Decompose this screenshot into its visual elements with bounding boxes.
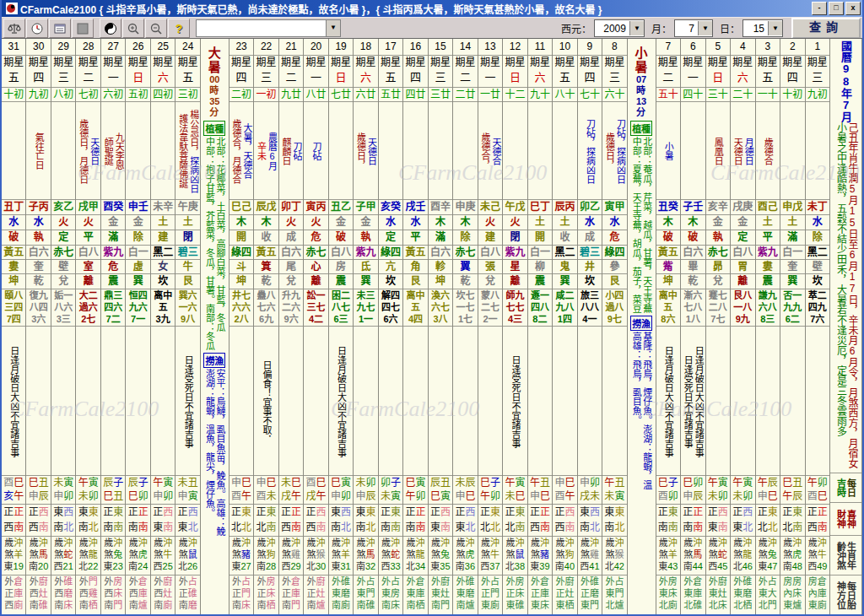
day-warning-note	[578, 327, 602, 476]
yinyang-icon[interactable]	[100, 19, 122, 38]
right-char: 南	[440, 520, 451, 535]
weekday-prefix: 期星	[480, 57, 500, 68]
day-column[interactable]: 4 期星 六 二十 月德日天德日 戌庚 金 定 白八 胃 離 艮八一八9九 午寅…	[731, 39, 755, 614]
chevron-down-icon[interactable]: ▼	[629, 21, 644, 35]
zoom-out-icon[interactable]	[145, 19, 167, 38]
day-column[interactable]: 30 期星 四 九初 氣往亡日 子丙 水 執 白六 奎 乾 復九八四3六 巳丑申…	[26, 39, 51, 614]
day-column[interactable]: 18 期星 六 六廿 天德日歲德日， 子甲 金 執 紫九 氐 巽 未三九七1一 …	[354, 39, 378, 614]
pair-row: 西灶	[151, 587, 175, 599]
right-char: 碓	[465, 575, 474, 587]
pair-row: 申巳	[254, 476, 278, 489]
left-char: 歲	[505, 537, 515, 548]
weekday-prefix: 期星	[103, 57, 123, 68]
chevron-down-icon[interactable]: ▼	[768, 21, 782, 35]
day-column[interactable]: 9 期星 四 七十 刀砧，探病凶日 卯乙 水 成 碧三 井 坎 旅三八八4一 申…	[578, 39, 602, 614]
right-char: 門	[440, 599, 450, 611]
day-column[interactable]: 23 期星 四 二初 大暑，天德合歲德合，月德合 巳己 木 開 綠四 斗 坤 井…	[230, 39, 254, 614]
day-column[interactable]: 27 期星 一 六初 九天李恩師聖誕 酉癸 金 滿 紫九 危 震 鼎三四六7二 …	[101, 39, 126, 614]
right-char: 卯	[818, 476, 828, 489]
day-number: 13	[478, 39, 502, 56]
hexagram-row: 九九	[780, 301, 804, 313]
close-button[interactable]: x	[845, 2, 861, 15]
left-char: 北	[406, 560, 415, 572]
pair-row: 煞羊	[656, 548, 680, 560]
day-column[interactable]: 14 期星 二 二廿 申庚 木 除 赤七 翼 乾 坎七一七1七 未辰申巳 正西東…	[453, 39, 478, 614]
pair-row: 正庫	[528, 587, 552, 599]
day-column[interactable]: 8 期星 三 六十 刀砧，探病凶日歲德日， 寅甲 水 危 綠四 參 艮 小四過八…	[602, 39, 627, 614]
chevron-down-icon[interactable]: ▼	[326, 20, 340, 36]
vertical-text-line: 日逢月破日大凶不宜諸吉事	[336, 328, 347, 475]
day-select[interactable]: 15 ▼	[742, 19, 783, 37]
left-char: 正	[29, 505, 39, 520]
day-column[interactable]: 10 期星 五 八十 辰丙 土 收 黑二 鬼 巽 咸二九八1四 申巳酉午 正西西…	[553, 39, 577, 614]
ganzhi: 丑癸	[656, 200, 680, 215]
day-column[interactable]: 19 期星 日 七廿 丑乙 金 破 白八 房 震 困二八七6三 日逢月破日大凶不…	[329, 39, 354, 614]
hexagram: 否一九九6二	[780, 289, 804, 327]
left-char: 午	[480, 489, 490, 503]
day-column[interactable]: 25 期星 六 四初 未辛 土 建 黑二 女 坎 离中五3九 午寅申卯 正西東南…	[151, 39, 176, 614]
form-icon[interactable]	[49, 19, 71, 38]
weekday-prefix: 期星	[732, 57, 753, 68]
right-char: 兔	[113, 548, 122, 560]
maximize-button[interactable]: □	[829, 2, 844, 15]
day-column[interactable]: 1 期星 三 九初 未丁 水 除 黑二 壁 坎 萃二四九7六 午卯酉巳 正正西南…	[806, 39, 830, 614]
day-column[interactable]: 17 期星 五 五廿 亥癸 水 定 綠四 亢 坎 解四四七6六 卯子未寅 正東南…	[379, 39, 403, 614]
left-char: 南	[332, 599, 341, 611]
swatch-icon[interactable]	[72, 19, 94, 38]
day-column[interactable]: 16 期星 四 四廿 戌壬 水 平 黃五 角 艮 离中五4四 巳寅午卯 正正南南…	[403, 39, 428, 614]
day-column[interactable]: 3 期星 五 一十 歲德合 酉己 土 平 紫九 婁 震 謙九六八8三 午辰申巳 …	[756, 39, 780, 614]
help-icon[interactable]: ?	[168, 19, 190, 38]
hexagram-row: 8六	[656, 313, 680, 325]
zoom-in-icon[interactable]	[122, 19, 144, 38]
vertical-text-line: 刀砧，探病凶日	[584, 103, 595, 199]
right-char: 46	[742, 560, 753, 572]
day-column[interactable]: 13 期星 一 一廿 天德合歲德合， 未己 火 建 白八 張 兌 蒙八二七2一 …	[478, 39, 503, 614]
left-char: 歲	[54, 537, 63, 548]
zodiac-clash: 歲沖煞雞西29	[279, 537, 303, 575]
festival-notes	[126, 102, 149, 200]
lucky-hours: 午辰申巳	[756, 476, 780, 505]
text-segment: 北部：花椰菜，土白菜，高腳白菜，甘藍，冬瓜	[215, 137, 225, 332]
pair-row: 煞兔	[429, 548, 452, 560]
day-column[interactable]: 22 期星 三 一初 農曆6月辛未 辰戊 木 收 黃五 箕 乾 蠱八七六6九 日…	[254, 39, 278, 614]
day-column[interactable]: 26 期星 日 五初 申壬 金 除 白一 虛 巽 恒四九六7一 辰子巳卯 正正南…	[126, 39, 150, 614]
day-column[interactable]: 24 期星 五 三初 楊公忌日，探病凶日護法韋馱菩薩佛誕 午庚 土 閉 碧三 牛…	[176, 39, 200, 614]
pair-row: 東門	[578, 599, 602, 611]
day-number: 9	[578, 39, 602, 56]
right-char: 寅	[440, 489, 451, 503]
clock-icon[interactable]	[26, 19, 48, 38]
ganzhi: 巳己	[230, 200, 253, 215]
right-char: 東	[366, 505, 376, 520]
chevron-down-icon[interactable]: ▼	[698, 21, 712, 35]
day-column[interactable]: 31 期星 五 十初 丑丁 水 破 黃五 婁 坤 頤八三四7四 日逢月破日大凶不…	[2, 39, 26, 614]
day-column[interactable]: 5 期星 日 三十 鳳凰日 亥辛 金 執 赤七 昴 兌 蹇七二八7七 午寅未卯 …	[706, 39, 731, 614]
day-column[interactable]: 12 期星 日 十二 午戊 火 閉 紫九 星 離 師九七七4三 日逢受死日不宜諸…	[503, 39, 527, 614]
toolbar-combobox[interactable]: ▼	[196, 19, 341, 37]
pair-row: 歲沖	[478, 537, 502, 548]
minimize-button[interactable]: -	[812, 2, 827, 15]
left-char: 外	[332, 575, 341, 587]
element: 水	[578, 215, 602, 230]
day-column[interactable]: 28 期星 二 七初 天德日歲德日，月德日 戌甲 火 平 白八 室 離 大二過六…	[76, 39, 100, 614]
month-select[interactable]: 7 ▼	[674, 19, 713, 37]
month-label: 月：	[651, 21, 672, 35]
day-column[interactable]: 7 期星 二 五十 小暑 丑癸 木 破 黃五 觜 坤 离中五8六 日逢月破日大凶…	[656, 39, 681, 614]
left-char: 外	[4, 575, 14, 587]
search-button[interactable]: 查詢	[791, 18, 861, 39]
left-char: 東	[758, 560, 767, 572]
scales-icon[interactable]	[3, 19, 25, 38]
year-select[interactable]: 2009 ▼	[594, 19, 645, 37]
left-char: 煞	[733, 548, 742, 560]
text-segment: 楊公忌日，	[189, 110, 199, 156]
day-column[interactable]: 29 期星 三 八初 亥乙 火 定 赤七 壁 兌 姤一八六3三 未寅申卯 東西南…	[51, 39, 76, 614]
day-column[interactable]: 6 期星 一 四十 子壬 木 破 白六 畢 乾 漸六七八1八 日逢月破日大凶不宜…	[681, 39, 705, 614]
day-column[interactable]: 20 期星 一 八廿 刀砧 寅丙 火 危 赤七 心 離 訟一三七4二 酉巳戌午 …	[304, 39, 328, 614]
pair-row: 辰子	[101, 476, 125, 489]
pair-row: 南44	[681, 560, 705, 572]
right-char: 虎	[792, 548, 802, 560]
day-column[interactable]: 15 期星 三 三廿 酉辛 木 滿 白六 軫 坤 渙六六七3八 辰丑巳寅 正西東…	[429, 39, 453, 614]
mansion: 張	[478, 260, 502, 274]
day-column[interactable]: 2 期星 四 十初 申戊 土 滿 白一 奎 巽 否一九九6二 巳丑午辰 正東北南…	[780, 39, 805, 614]
day-column[interactable]: 21 期星 二 九廿 刀砧麒麟日 卯丁 火 成 白六 尾 兌 升九二六9六 未巳…	[279, 39, 304, 614]
day-column[interactable]: 11 期星 六 九十 巳丁 土 開 白一 柳 震 遯一四八8二 午丑申巳 正正西…	[528, 39, 553, 614]
